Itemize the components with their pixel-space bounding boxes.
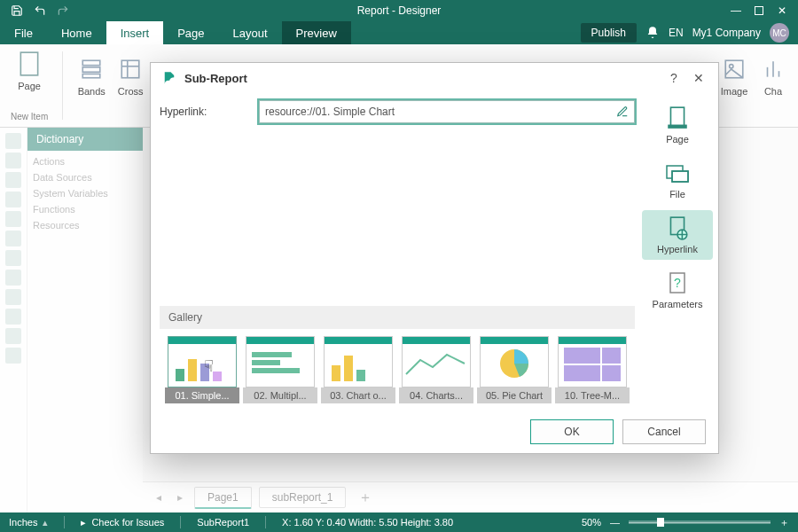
page-icon <box>664 106 691 130</box>
minimize-button[interactable]: — <box>725 0 747 21</box>
publish-button[interactable]: Publish <box>581 23 637 43</box>
ribbon-chart[interactable]: Cha <box>759 55 787 97</box>
ribbon-chart-label: Cha <box>764 86 782 97</box>
hyperlink-icon <box>664 215 691 240</box>
edit-icon[interactable] <box>614 103 631 121</box>
gallery-item-4[interactable]: 04. Charts... <box>401 336 472 403</box>
svg-text:?: ? <box>674 276 681 290</box>
gallery-item-1[interactable]: ☟ 01. Simple... <box>167 336 238 403</box>
ribbon-bands-label: Bands <box>78 86 106 97</box>
side-parameters-label: Parameters <box>653 299 703 309</box>
zoom-in[interactable]: ＋ <box>779 516 789 529</box>
title-bar: Report - Designer — ✕ <box>0 0 798 21</box>
side-hyperlink-label: Hyperlink <box>657 244 698 254</box>
ribbon-bands[interactable]: Bands <box>77 55 106 97</box>
menu-preview[interactable]: Preview <box>282 21 351 44</box>
avatar[interactable]: MC <box>770 23 789 43</box>
save-icon[interactable] <box>7 1 27 20</box>
svg-rect-2 <box>82 60 100 65</box>
status-units[interactable]: Inches ▴ <box>9 517 48 528</box>
ribbon-image-label: Image <box>721 86 748 97</box>
gallery-header: Gallery <box>160 306 635 329</box>
dialog-logo-icon <box>161 70 177 86</box>
page-icon <box>15 50 43 78</box>
subreport-dialog: Sub-Report ? ✕ Hyperlink: Gallery ☟ 01. … <box>150 62 719 454</box>
ribbon-image[interactable]: Image <box>720 55 748 97</box>
window-title: Report - Designer <box>357 4 442 17</box>
svg-rect-1 <box>20 52 37 75</box>
zoom-slider[interactable] <box>629 520 771 524</box>
status-units-label: Inches <box>9 517 37 528</box>
cursor-icon: ☟ <box>204 356 214 376</box>
status-coords: X: 1.60 Y: 0.40 Width: 5.50 Height: 3.80 <box>282 517 453 528</box>
close-button[interactable]: ✕ <box>771 0 793 21</box>
undo-icon[interactable] <box>30 1 50 20</box>
svg-rect-0 <box>755 7 763 15</box>
ok-button[interactable]: OK <box>530 419 614 444</box>
ribbon-cross-label: Cross <box>118 86 144 97</box>
gallery-item-1-label: 01. Simple... <box>165 387 239 403</box>
svg-rect-14 <box>670 107 684 127</box>
image-icon <box>720 55 748 83</box>
hyperlink-input[interactable] <box>259 100 635 123</box>
ribbon-page-label: Page <box>18 81 41 91</box>
gallery-item-3[interactable]: 03. Chart o... <box>323 336 394 403</box>
cross-icon <box>116 55 145 83</box>
svg-rect-17 <box>672 171 688 182</box>
side-file-label: File <box>669 189 685 200</box>
gallery-item-5-label: 05. Pie Chart <box>477 387 552 403</box>
dialog-title: Sub-Report <box>184 72 247 85</box>
bands-icon <box>77 55 106 83</box>
maximize-button[interactable] <box>748 0 770 21</box>
gallery-item-5[interactable]: 05. Pie Chart <box>479 336 550 403</box>
status-object: SubReport1 <box>197 517 249 528</box>
company-label[interactable]: My1 Company <box>692 27 761 39</box>
gallery-item-2-label: 02. Multipl... <box>243 387 317 403</box>
dialog-close-button[interactable]: ✕ <box>690 71 708 85</box>
menu-insert[interactable]: Insert <box>106 21 164 44</box>
svg-rect-15 <box>668 125 687 129</box>
dialog-side-panel: Page File Hyperlink ? Parameters <box>642 97 713 411</box>
gallery-item-3-label: 03. Chart o... <box>321 387 395 403</box>
status-check[interactable]: ▸ Check for Issues <box>81 517 164 528</box>
svg-rect-5 <box>121 60 139 78</box>
zoom-value: 50% <box>582 517 601 528</box>
chart-icon <box>759 55 787 83</box>
gallery-item-6[interactable]: 10. Tree-M... <box>557 336 628 403</box>
bell-icon[interactable] <box>645 26 660 40</box>
svg-point-9 <box>730 65 733 68</box>
zoom-out[interactable]: — <box>610 517 620 528</box>
gallery-item-4-label: 04. Charts... <box>399 387 473 403</box>
side-file[interactable]: File <box>642 155 713 205</box>
gallery-item-2[interactable]: 02. Multipl... <box>245 336 316 403</box>
cancel-button[interactable]: Cancel <box>622 419 706 444</box>
menu-layout[interactable]: Layout <box>219 21 282 44</box>
ribbon-group-newitem: New Item <box>11 112 48 121</box>
svg-rect-4 <box>82 74 100 77</box>
menu-home[interactable]: Home <box>47 21 106 44</box>
side-page-label: Page <box>666 134 689 145</box>
side-hyperlink[interactable]: Hyperlink <box>642 210 713 260</box>
dialog-help-button[interactable]: ? <box>665 71 683 85</box>
side-page[interactable]: Page <box>642 100 713 150</box>
language-label[interactable]: EN <box>669 27 684 39</box>
parameters-icon: ? <box>664 270 691 295</box>
status-check-label: Check for Issues <box>91 517 164 528</box>
menu-file[interactable]: File <box>0 21 47 44</box>
ribbon-page[interactable]: Page <box>15 50 43 91</box>
menu-bar: File Home Insert Page Layout Preview Pub… <box>0 21 798 44</box>
status-bar: Inches ▴ ▸ Check for Issues SubReport1 X… <box>0 512 798 532</box>
gallery-item-6-label: 10. Tree-M... <box>555 387 630 403</box>
hyperlink-label: Hyperlink: <box>160 106 248 118</box>
gallery: ☟ 01. Simple... 02. Multipl... 03. Chart… <box>160 329 635 411</box>
menu-page[interactable]: Page <box>163 21 218 44</box>
redo-icon[interactable] <box>53 1 73 20</box>
svg-rect-3 <box>82 67 100 72</box>
side-parameters[interactable]: ? Parameters <box>642 265 713 315</box>
file-icon <box>664 160 691 185</box>
ribbon-cross[interactable]: Cross <box>116 55 145 97</box>
